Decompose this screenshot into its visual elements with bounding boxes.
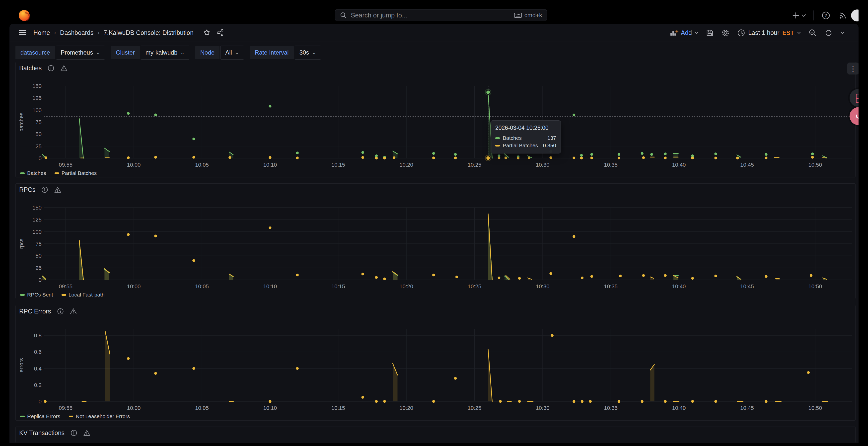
legend-item-rpcs-sent[interactable]: RPCs Sent: [20, 292, 53, 298]
search-icon: [340, 12, 347, 19]
share-icon[interactable]: [217, 29, 224, 36]
time-range-picker[interactable]: Last 1 hour EST: [737, 29, 801, 37]
search-bar[interactable]: cmd+k: [335, 9, 547, 21]
news-rss-icon[interactable]: [838, 11, 847, 20]
breadcrumb-item[interactable]: Dashboards: [60, 29, 94, 36]
legend-label: Batches: [27, 170, 46, 176]
refresh-interval-chevron-icon[interactable]: [840, 31, 844, 34]
help-icon[interactable]: ?: [821, 11, 831, 20]
warning-icon[interactable]: [54, 186, 61, 193]
warning-icon[interactable]: [83, 429, 90, 436]
svg-text:10:05: 10:05: [195, 283, 209, 290]
info-icon[interactable]: [48, 65, 54, 71]
tooltip-series-swatch: [495, 137, 500, 139]
info-icon[interactable]: [57, 308, 64, 315]
star-icon[interactable]: [203, 29, 211, 36]
warning-icon[interactable]: [70, 308, 77, 315]
svg-text:10:20: 10:20: [399, 405, 413, 411]
panel-legend: Replica ErrorsNot Leaseholder Errors: [20, 413, 130, 419]
toolbar-divider: [852, 28, 852, 38]
svg-text:0.4: 0.4: [34, 365, 41, 372]
svg-text:errors: errors: [18, 358, 24, 372]
filter-datasource-select[interactable]: Prometheus⌄: [56, 46, 105, 60]
info-icon[interactable]: [41, 186, 48, 193]
panel-batches: Batches⋮025507510012515009:5510:0010:051…: [16, 62, 856, 177]
bar-chart-plus-icon: [670, 29, 678, 37]
breadcrumb: Home›Dashboards›7.KaiwuDB Console: Distr…: [33, 29, 193, 36]
svg-text:10:20: 10:20: [399, 283, 413, 290]
panel-header: KV Transactions: [16, 427, 855, 439]
svg-text:10:10: 10:10: [263, 283, 277, 290]
svg-text:100: 100: [32, 229, 41, 235]
add-panel-button[interactable]: Add: [670, 29, 698, 37]
svg-text:75: 75: [36, 119, 41, 125]
info-icon[interactable]: [70, 429, 77, 436]
panel-title[interactable]: Batches: [19, 64, 41, 72]
svg-text:09:55: 09:55: [59, 283, 72, 290]
svg-text:09:55: 09:55: [59, 405, 72, 411]
panel-title[interactable]: RPCs: [19, 186, 35, 194]
zoom-out-icon[interactable]: [808, 29, 817, 37]
tooltip-row: Partial Batches0.350: [495, 142, 556, 149]
panel-menu-kebab-icon[interactable]: ⋮: [847, 63, 859, 75]
user-avatar[interactable]: [851, 9, 859, 22]
breadcrumb-item[interactable]: Home: [33, 29, 50, 36]
nav-divider: [813, 10, 814, 21]
filter-node-select[interactable]: All⌄: [220, 46, 244, 60]
legend-swatch: [55, 172, 59, 174]
svg-text:75: 75: [36, 241, 41, 247]
svg-text:10:10: 10:10: [263, 162, 277, 168]
svg-text:10:45: 10:45: [740, 162, 754, 168]
menu-hamburger-icon[interactable]: [19, 29, 26, 36]
filter-cluster-select[interactable]: my-kaiwudb⌄: [141, 46, 189, 60]
svg-text:10:40: 10:40: [672, 405, 686, 411]
panel-header: RPC Errors: [16, 305, 855, 317]
panel-header: Batches: [16, 62, 855, 74]
panel-kv-transactions: KV Transactions: [16, 426, 856, 443]
legend-swatch: [62, 294, 66, 296]
tooltip-series-swatch: [495, 145, 500, 147]
svg-text:10:00: 10:00: [127, 283, 141, 290]
panel-legend: BatchesPartial Batches: [20, 170, 97, 176]
breadcrumb-item: 7.KaiwuDB Console: Distribution: [104, 29, 193, 36]
chart-rpc-errors[interactable]: 00.20.40.60.809:5510:0010:0510:1010:1510…: [16, 305, 855, 420]
svg-text:0.8: 0.8: [34, 332, 41, 338]
svg-text:10:05: 10:05: [195, 162, 209, 168]
tooltip-series-label: Partial Batches: [503, 143, 540, 149]
svg-text:25: 25: [36, 265, 41, 271]
search-input[interactable]: [350, 11, 510, 20]
svg-text:10:00: 10:00: [127, 405, 141, 411]
svg-text:10:50: 10:50: [808, 162, 822, 168]
legend-item-partial-batches[interactable]: Partial Batches: [55, 170, 97, 176]
legend-item-batches[interactable]: Batches: [20, 170, 46, 176]
breadcrumb-bar: Home›Dashboards›7.KaiwuDB Console: Distr…: [9, 24, 859, 42]
filter-value: my-kaiwudb: [146, 49, 177, 56]
panel-title[interactable]: KV Transactions: [19, 429, 64, 437]
legend-item-local-fast-path[interactable]: Local Fast-path: [62, 292, 105, 298]
svg-text:10:50: 10:50: [808, 283, 822, 290]
filter-rate-interval-select[interactable]: 30s⌄: [295, 46, 321, 60]
panel-title[interactable]: RPC Errors: [19, 308, 51, 315]
chart-rpcs[interactable]: 025507510012515009:5510:0010:0510:1010:1…: [16, 184, 855, 299]
dashboard-settings-gear-icon[interactable]: [721, 29, 730, 37]
svg-text:10:15: 10:15: [331, 162, 345, 168]
chart-batches[interactable]: 025507510012515009:5510:0010:0510:1010:1…: [16, 62, 855, 177]
legend-label: RPCs Sent: [27, 292, 53, 298]
svg-text:125: 125: [32, 95, 41, 101]
warning-icon[interactable]: [60, 65, 67, 71]
filter-label: datasource: [16, 46, 55, 59]
chevron-down-icon: ⌄: [96, 50, 100, 56]
new-item-button[interactable]: [792, 12, 806, 19]
grafana-logo[interactable]: [19, 10, 30, 21]
save-dashboard-icon[interactable]: [706, 29, 714, 37]
svg-text:10:35: 10:35: [604, 283, 618, 290]
refresh-icon[interactable]: [825, 29, 833, 37]
svg-text:10:40: 10:40: [672, 162, 686, 168]
filter-node: NodeAll⌄: [195, 46, 244, 60]
legend-item-replica-errors[interactable]: Replica Errors: [20, 413, 60, 419]
svg-text:25: 25: [36, 143, 41, 149]
svg-text:rpcs: rpcs: [18, 238, 24, 249]
svg-text:0: 0: [39, 277, 41, 283]
legend-item-not-leaseholder-errors[interactable]: Not Leaseholder Errors: [69, 413, 130, 419]
chevron-down-icon: [797, 31, 801, 34]
